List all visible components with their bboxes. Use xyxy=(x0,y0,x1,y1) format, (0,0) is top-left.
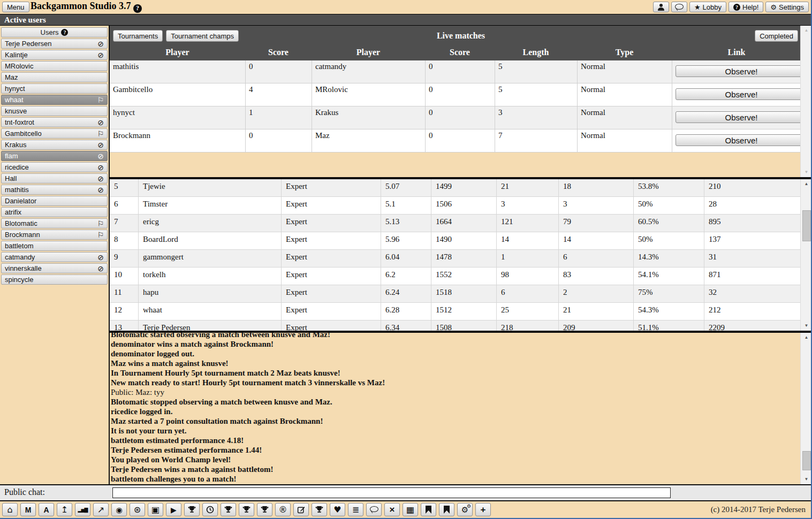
rankings-panel: 5TjewieExpert5.071499211853.8%210 6Timst… xyxy=(109,177,812,331)
favorites-button[interactable]: ♥ xyxy=(330,503,345,516)
help-button[interactable]: ?Help! xyxy=(728,2,763,12)
user-item-spincycle[interactable]: spincycle xyxy=(1,274,108,285)
user-item-knusve[interactable]: knusve xyxy=(1,106,108,116)
gears-icon: ⚙ xyxy=(461,505,468,515)
trophy-icon xyxy=(261,506,269,514)
ranking-row[interactable]: 13Terje PedersenExpert6.34150821820951.1… xyxy=(110,320,812,331)
play-button[interactable]: ▶ xyxy=(166,503,181,516)
star-icon: ★ xyxy=(694,3,701,11)
observe-button[interactable]: Observe! xyxy=(676,65,801,77)
scrollbar-thumb[interactable] xyxy=(802,210,811,241)
page-title: Backgammon Studio 3.7 ? xyxy=(31,1,142,13)
user-item-kalintje[interactable]: Kalintje⊘ xyxy=(1,50,108,60)
observe-button[interactable]: Observe! xyxy=(676,134,801,146)
user-item-blotomatic[interactable]: Blotomatic⚐ xyxy=(1,218,108,228)
edit-button[interactable] xyxy=(293,503,309,516)
ranking-row[interactable]: 8BoardLordExpert5.961490141450%137 xyxy=(110,232,812,250)
event-log: Blotomatic started observing a match bet… xyxy=(110,331,812,484)
ranking-row[interactable]: 11hapuExpert6.2415186275%32 xyxy=(110,285,812,303)
coins-button[interactable]: ≣ xyxy=(348,503,363,516)
event-log-scrollbar[interactable]: ▲ ▼ xyxy=(800,333,812,484)
completed-button[interactable]: Completed xyxy=(755,30,798,42)
user-item-brockmann[interactable]: Brockmann⚐ xyxy=(1,230,108,240)
scroll-down-icon[interactable]: ▼ xyxy=(801,167,812,177)
a-button[interactable]: A xyxy=(39,503,54,516)
ranking-row[interactable]: 9gammongertExpert6.0414781614.3%31 xyxy=(110,250,812,268)
user-item-hall[interactable]: Hall⊘ xyxy=(1,173,108,184)
live-matches-scrollbar[interactable]: ▲ ▼ xyxy=(800,26,812,177)
ranking-row[interactable]: 10torkelhExpert6.21552988354.1%871 xyxy=(110,268,812,285)
close-button[interactable]: × xyxy=(384,503,400,516)
scroll-down-icon[interactable]: ▼ xyxy=(801,321,812,331)
user-item-danielator[interactable]: Danielator xyxy=(1,196,108,206)
observe-button[interactable]: Observe! xyxy=(676,88,801,100)
hourly-tournament-button[interactable] xyxy=(202,503,218,516)
log-message: Blotomatic started observing a match bet… xyxy=(111,331,812,339)
user-item-flam[interactable]: flam⊘ xyxy=(1,151,108,161)
topbar-buttons: ★ Lobby ?Help! ⚙Settings xyxy=(653,2,809,12)
user-item-krakus[interactable]: Krakus⊘ xyxy=(1,140,108,150)
active-users-bar: Active users xyxy=(0,14,811,26)
tournament-button-2[interactable] xyxy=(221,503,236,516)
flag-icon: ⚐ xyxy=(97,130,104,138)
preferences-button[interactable]: ⚙ xyxy=(457,503,473,516)
tournament-button[interactable] xyxy=(184,503,200,516)
film-button[interactable]: ▦ xyxy=(403,503,418,516)
user-item-terje-pedersen[interactable]: Terje Pedersen⊘ xyxy=(1,39,108,49)
public-chat-input[interactable] xyxy=(112,487,671,498)
user-item-mrolovic[interactable]: MRolovic xyxy=(1,61,108,71)
user-item-maz[interactable]: Maz xyxy=(1,72,108,82)
archive-button[interactable]: ▣ xyxy=(148,503,163,516)
clock-icon xyxy=(206,506,214,514)
user-item-catmandy[interactable]: catmandy⊘ xyxy=(1,252,108,262)
scroll-up-icon[interactable]: ▲ xyxy=(801,333,812,342)
add-button[interactable]: + xyxy=(475,503,491,516)
user-item-ricedice[interactable]: ricedice⊘ xyxy=(1,162,108,172)
rating-button[interactable]: ® xyxy=(275,503,291,516)
users-header-button[interactable]: Users ? xyxy=(1,27,108,37)
rankings-scrollbar[interactable]: ▲ ▼ xyxy=(800,179,812,331)
users-help-icon: ? xyxy=(61,29,68,36)
chat-button[interactable] xyxy=(671,2,687,12)
user-item-hynyct[interactable]: hynyct xyxy=(1,83,108,94)
chat-toggle-button[interactable] xyxy=(366,503,382,516)
profile-button[interactable] xyxy=(653,2,669,12)
ranking-row[interactable]: 6TimsterExpert5.115063350%28 xyxy=(110,197,812,215)
tournament-button-3[interactable] xyxy=(239,503,254,516)
m-button[interactable]: M xyxy=(20,503,36,516)
tournament-button-4[interactable] xyxy=(257,503,272,516)
ranking-row[interactable]: 7ericgExpert5.1316641217960.5%895 xyxy=(110,215,812,232)
film-icon: ▦ xyxy=(406,505,414,515)
flag-icon: ⚐ xyxy=(97,231,104,239)
bookmark-button[interactable] xyxy=(421,503,436,516)
user-item-battletom[interactable]: battletom xyxy=(1,241,108,251)
scrollbar-thumb[interactable] xyxy=(802,451,811,470)
ranking-row[interactable]: 12whaatExpert6.281512252154.3%212 xyxy=(110,303,812,320)
bar-chart-button[interactable]: ▂▅▇ xyxy=(75,503,90,516)
settings-button[interactable]: ⚙Settings xyxy=(765,2,809,12)
trophy-icon xyxy=(315,506,323,514)
user-item-whaat[interactable]: whaat⚐ xyxy=(1,95,108,105)
observe-button[interactable]: Observe! xyxy=(676,111,801,123)
user-item-vinnerskalle[interactable]: vinnerskalle⊘ xyxy=(1,263,108,273)
menu-button[interactable]: Menu xyxy=(2,2,29,12)
user-item-mathitis[interactable]: mathitis⊘ xyxy=(1,185,108,195)
scroll-down-icon[interactable]: ▼ xyxy=(801,475,812,484)
registered-icon: ® xyxy=(279,505,287,515)
scroll-up-icon[interactable]: ▲ xyxy=(801,26,812,35)
ranking-row[interactable]: 5TjewieExpert5.071499211853.8%210 xyxy=(110,179,812,197)
col-player2: Player xyxy=(312,44,425,60)
line-chart-button[interactable]: ↗ xyxy=(93,503,109,516)
tournament-button-5[interactable] xyxy=(312,503,327,516)
soccer-button[interactable]: ⊛ xyxy=(130,503,145,516)
lobby-button[interactable]: ★ Lobby xyxy=(689,2,726,12)
upload-button[interactable]: ↥ xyxy=(57,503,72,516)
home-button[interactable]: ⌂ xyxy=(2,503,18,516)
scroll-up-icon[interactable]: ▲ xyxy=(801,179,812,189)
user-item-atrifix[interactable]: atrifix xyxy=(1,207,108,217)
user-item-gambitcello[interactable]: Gambitcello⚐ xyxy=(1,128,108,139)
bookmark-button-2[interactable] xyxy=(439,503,454,516)
user-item-tnt-foxtrot[interactable]: tnt-foxtrot⊘ xyxy=(1,117,108,127)
observe-eye-button[interactable]: ◉ xyxy=(111,503,127,516)
title-help-icon[interactable]: ? xyxy=(133,4,142,13)
